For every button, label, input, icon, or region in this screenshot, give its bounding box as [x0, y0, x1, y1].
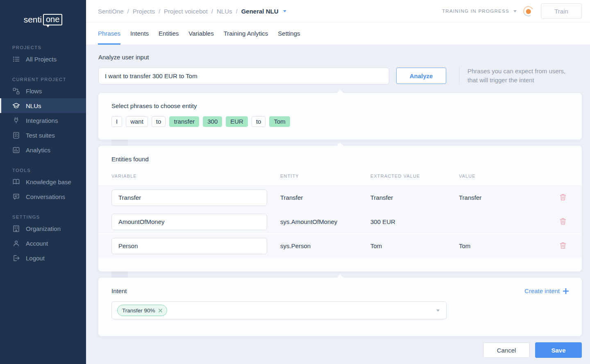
- sidebar-item-nlus[interactable]: NLUs: [0, 98, 86, 113]
- entities-found-card: Entities found VARIABLE ENTITY EXTRACTED…: [98, 146, 582, 271]
- breadcrumb-nlus[interactable]: NLUs: [217, 8, 232, 15]
- sidebar-item-label: Knowledge base: [26, 179, 71, 185]
- sidebar-item-conversations[interactable]: Conversations: [0, 189, 86, 204]
- token-chip[interactable]: I: [111, 116, 122, 127]
- select-phrases-title: Select phrases to choose entity: [111, 102, 569, 109]
- table-row: Transfer Transfer Transfer: [98, 186, 582, 210]
- logo-text-suffix: one: [43, 14, 62, 25]
- topbar: SentiOne / Projects / Project voicebot /…: [86, 0, 590, 23]
- trash-icon: [559, 217, 567, 225]
- entity-cell: sys.AmountOfMoney: [280, 218, 370, 225]
- flows-icon: [12, 87, 20, 95]
- variable-name-input[interactable]: [111, 238, 267, 254]
- value-cell: Transfer: [459, 194, 558, 201]
- token-chip-highlighted[interactable]: transfer: [169, 116, 199, 127]
- table-row: sys.AmountOfMoney 300 EUR: [98, 210, 582, 234]
- hint-line: that will trigger the intent: [467, 76, 565, 85]
- select-phrases-card: Select phrases to choose entity I want t…: [98, 93, 582, 140]
- training-status-dropdown[interactable]: TRAINING IN PROGRESS: [442, 9, 517, 14]
- sidebar-item-label: Analytics: [26, 147, 50, 154]
- sidebar-item-label: Flows: [26, 88, 42, 95]
- intent-select[interactable]: Transfer 90%: [111, 301, 447, 319]
- analyze-input[interactable]: [98, 68, 389, 84]
- breadcrumb-project-voicebot[interactable]: Project voicebot: [164, 8, 208, 15]
- sidebar-item-label: Conversations: [26, 193, 65, 200]
- bar-chart-icon: [12, 146, 20, 154]
- breadcrumb-current-nlu[interactable]: General NLU: [241, 8, 279, 15]
- tab-entities[interactable]: Entities: [159, 23, 179, 45]
- building-icon: [12, 225, 20, 233]
- entities-found-title: Entities found: [98, 156, 582, 163]
- chevron-down-icon[interactable]: [283, 10, 286, 12]
- entity-cell: sys.Person: [280, 242, 370, 249]
- intent-tag: Transfer 90%: [117, 305, 167, 316]
- tab-settings[interactable]: Settings: [278, 23, 300, 45]
- breadcrumb-separator: /: [159, 8, 160, 15]
- tab-variables[interactable]: Variables: [188, 23, 213, 45]
- sidebar-item-analytics[interactable]: Analytics: [0, 142, 86, 157]
- entity-cell: Transfer: [280, 194, 370, 201]
- footer-actions: Cancel Save: [98, 342, 582, 358]
- variable-name-input[interactable]: [111, 190, 267, 206]
- content-area: SentiOne / Projects / Project voicebot /…: [86, 0, 590, 364]
- analyze-button[interactable]: Analyze: [396, 68, 446, 84]
- sidebar-item-account[interactable]: Account: [0, 236, 86, 251]
- trash-icon: [559, 193, 567, 201]
- entities-table-header: VARIABLE ENTITY EXTRACTED VALUE VALUE: [98, 174, 582, 179]
- extracted-value-cell: 300 EUR: [370, 218, 459, 225]
- breadcrumb-separator: /: [211, 8, 213, 15]
- intent-title: Intent: [111, 287, 127, 294]
- delete-entity-button[interactable]: [558, 217, 568, 227]
- tab-phrases[interactable]: Phrases: [98, 23, 120, 45]
- sidebar-section-projects: PROJECTS: [0, 45, 86, 52]
- logout-icon: [12, 254, 20, 262]
- sidebar-item-flows[interactable]: Flows: [0, 84, 86, 98]
- create-intent-link[interactable]: Create intent: [524, 287, 569, 294]
- sidebar-item-logout[interactable]: Logout: [0, 251, 86, 265]
- vertical-divider: [459, 67, 459, 85]
- token-chip-highlighted[interactable]: Tom: [269, 116, 290, 127]
- analyze-input-label: Analyze user input: [98, 54, 582, 61]
- token-chip-highlighted[interactable]: 300: [203, 116, 222, 127]
- tab-training-analytics[interactable]: Training Anlytics: [224, 23, 268, 45]
- main-panel: Analyze user input Analyze Phrases you c…: [86, 45, 590, 364]
- token-chip-highlighted[interactable]: EUR: [226, 116, 248, 127]
- save-button[interactable]: Save: [535, 342, 582, 358]
- token-chip[interactable]: to: [152, 116, 166, 127]
- sidebar-item-test-suites[interactable]: Test suites: [0, 128, 86, 142]
- logo-text-prefix: senti: [24, 15, 42, 25]
- list-icon: [12, 55, 20, 63]
- train-button[interactable]: Train: [541, 3, 582, 19]
- training-status-label: TRAINING IN PROGRESS: [442, 9, 509, 14]
- extracted-value-cell: Tom: [370, 242, 459, 249]
- breadcrumb-projects[interactable]: Projects: [133, 8, 155, 15]
- analyze-row: Analyze Phrases you can expect from user…: [98, 67, 582, 85]
- remove-tag-icon[interactable]: [159, 309, 162, 312]
- sentione-logo: sentione: [0, 0, 86, 34]
- sidebar-item-organization[interactable]: Organization: [0, 221, 86, 236]
- training-spinner-icon: [522, 5, 535, 18]
- tab-intents[interactable]: Intents: [130, 23, 149, 45]
- column-header-extracted-value: EXTRACTED VALUE: [370, 174, 459, 179]
- token-chip[interactable]: want: [126, 116, 148, 127]
- breadcrumb-sentione[interactable]: SentiOne: [98, 8, 124, 15]
- create-intent-label: Create intent: [524, 287, 560, 294]
- cancel-button[interactable]: Cancel: [483, 342, 530, 358]
- sidebar-item-label: Account: [26, 240, 48, 247]
- trash-icon: [559, 241, 567, 249]
- sidebar-item-all-projects[interactable]: All Projects: [0, 52, 86, 66]
- topbar-right: TRAINING IN PROGRESS Train: [442, 3, 582, 19]
- sidebar-item-integrations[interactable]: Integrations: [0, 113, 86, 128]
- token-list: I want to transfer 300 EUR to Tom: [111, 116, 569, 127]
- variable-name-input[interactable]: [111, 214, 267, 230]
- entities-table-body: Transfer Transfer Transfer sys.AmountOfM…: [98, 185, 582, 258]
- chevron-down-icon: [513, 10, 517, 12]
- delete-entity-button[interactable]: [558, 241, 568, 251]
- intent-tag-label: Transfer 90%: [122, 307, 155, 314]
- token-chip[interactable]: to: [252, 116, 266, 127]
- breadcrumb-separator: /: [236, 8, 238, 15]
- sidebar: sentione PROJECTS All Projects CURRENT P…: [0, 0, 86, 364]
- sidebar-item-knowledge-base[interactable]: Knowledge base: [0, 174, 86, 189]
- sidebar-section-settings: SETTINGS: [0, 215, 86, 221]
- delete-entity-button[interactable]: [558, 193, 568, 203]
